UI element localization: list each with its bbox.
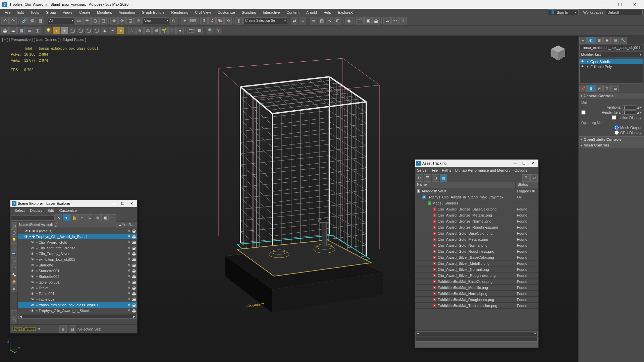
se-side-display-icon[interactable]: ◫ — [11, 222, 17, 229]
at-maximize-button[interactable]: ☐ — [520, 160, 528, 167]
list-icon[interactable]: ☰ — [25, 27, 33, 34]
asset-row[interactable]: ▪Clio_Award_Silver_BaseColor.pngFound — [415, 254, 538, 260]
hair-icon[interactable]: ≋ — [136, 27, 144, 34]
se-addselect-icon[interactable]: ⊕ — [94, 214, 101, 222]
se-close-button[interactable]: ✕ — [127, 200, 136, 207]
asset-row[interactable]: ▸Maps / Shaders — [415, 200, 538, 206]
create-tab-icon[interactable]: + — [579, 37, 587, 44]
menu-content[interactable]: Content — [283, 9, 303, 16]
se-side-all-icon[interactable]: ☰ — [11, 310, 17, 317]
motion-tab-icon[interactable]: ◉ — [603, 37, 611, 44]
scene-tree-row[interactable]: 👁▾◆Trophys_Clio_Award_in_Stand❄☕ — [18, 234, 137, 239]
select-name-icon[interactable]: ☰ — [83, 17, 91, 24]
rollout-mesh-header[interactable]: Mesh Controls — [579, 142, 644, 148]
rotate-icon[interactable]: ⟳ — [118, 17, 126, 24]
plant-icon[interactable]: 🌱 — [160, 27, 168, 34]
menu-group[interactable]: Group — [42, 9, 59, 16]
spinner-snap-icon[interactable]: ⟲ — [224, 17, 232, 24]
sphere-orange-icon[interactable]: ● — [53, 27, 60, 34]
se-lock-icon[interactable]: 🔒 — [70, 214, 78, 222]
menu-scripting[interactable]: Scripting — [238, 9, 260, 16]
at-refresh-icon[interactable]: ↻ — [416, 174, 423, 182]
window-crossing-icon[interactable]: ◫ — [99, 17, 107, 24]
workspace-dropdown[interactable] — [606, 10, 643, 15]
se-foot-icon1[interactable]: ≣ — [59, 325, 67, 333]
se-highlight-icon[interactable]: ▣ — [101, 214, 109, 222]
se-minimize-button[interactable]: — — [110, 200, 118, 207]
scene-tree-row[interactable]: 👁▫table_obj001❄☕ — [18, 279, 137, 285]
gpu-display-radio[interactable] — [614, 130, 619, 135]
modifier-list-dropdown[interactable]: Modifier List▾ — [579, 52, 643, 57]
sphere-gray-icon[interactable]: ● — [61, 27, 68, 34]
asset-row[interactable]: ▪ExhibitionBoxMat_Roughness.pngFound — [415, 297, 538, 303]
menu-views[interactable]: Views — [59, 9, 76, 16]
axis-gizmo[interactable]: z x y — [7, 340, 20, 353]
placement-icon[interactable]: ⊕ — [135, 17, 142, 24]
grid-icon[interactable]: ▦ — [17, 27, 25, 34]
monitor-icon[interactable]: 🖥 — [196, 27, 203, 34]
fur-icon[interactable]: ⁂ — [144, 27, 152, 34]
menu-help[interactable]: Help — [320, 9, 335, 16]
sphere4-icon[interactable]: ◯ — [93, 27, 100, 34]
align-icon[interactable]: ≡ — [299, 17, 306, 24]
se-side-helper-icon[interactable]: ⊞ — [11, 257, 17, 264]
se-side-space-icon[interactable]: 〰 — [11, 264, 17, 271]
se-side-none-icon[interactable]: ☐ — [11, 317, 17, 324]
dots-icon[interactable]: ⁙ — [168, 27, 176, 34]
help-icon[interactable]: ? — [215, 27, 222, 34]
menu-file[interactable]: File — [1, 9, 14, 16]
render-icon[interactable]: ☕ — [372, 17, 380, 24]
at-menu-bitmap-performance-and-memory[interactable]: Bitmap Performance and Memory — [455, 168, 510, 172]
menu-civil-view[interactable]: Civil View — [192, 9, 214, 16]
se-menu-display[interactable]: Display — [28, 207, 45, 214]
asset-row[interactable]: ▪Clio_Award_Gold_BaseColor.pngFound — [415, 230, 538, 236]
selectionset-dropdown[interactable]: Create Selection Se — [244, 17, 287, 24]
scene-tree-row[interactable]: 👁▫Clio_Award_Gold❄☕ — [18, 239, 137, 245]
scene-tree-row[interactable]: 👁▫Trophys_Clio_Award_in_Stand❄☕ — [18, 308, 137, 313]
se-menu-customize[interactable]: Customize — [57, 207, 79, 214]
at-menu-paths[interactable]: Paths — [442, 168, 451, 172]
asset-row[interactable]: ▪Clio_Award_Silver_Metallic.pngFound — [415, 260, 538, 266]
at-tree-icon[interactable]: ⊟ — [432, 174, 439, 182]
keyboard-icon[interactable]: ⌨ — [189, 17, 197, 24]
scene-tree-row[interactable]: 👁▫transp_exhibition_box_glass_obj001❄☕ — [18, 302, 137, 308]
curve-editor-icon[interactable]: ∿ — [326, 17, 333, 24]
rollout-opensubdiv-header[interactable]: OpenSubdiv Controls — [579, 137, 644, 142]
unlink-icon[interactable]: ⛓ — [29, 17, 36, 24]
se-addchild-icon[interactable]: ↳ — [86, 214, 93, 222]
mirror-icon[interactable]: ⇄ — [291, 17, 298, 24]
sphere-gold-icon[interactable]: ● — [117, 27, 124, 34]
asset-row[interactable]: ▪Clio_Award_Gold_Roughness.pngFound — [415, 248, 538, 254]
scene-tree-row[interactable]: 👁▫Clio_Trophy_Silver❄☕ — [18, 251, 137, 256]
menu-rendering[interactable]: Rendering — [168, 9, 192, 16]
se-side-light-icon[interactable]: 💡 — [11, 236, 17, 243]
particles-icon[interactable]: ∴ — [128, 27, 136, 34]
display-tab-icon[interactable]: 🖥 — [611, 37, 619, 44]
cone-icon[interactable]: ▲ — [101, 27, 108, 34]
se-side-bone-icon[interactable]: 🦴 — [11, 272, 17, 278]
percent-snap-icon[interactable]: % — [216, 17, 224, 24]
hierarchy-tab-icon[interactable]: ⊟ — [595, 37, 603, 44]
camera-icon[interactable]: 📷 — [187, 27, 195, 34]
at-menu-server[interactable]: Server — [417, 168, 428, 172]
mesh-output-radio[interactable] — [614, 125, 619, 130]
modifier-stack-item[interactable]: 👁▸Editable Poly — [580, 64, 643, 69]
scene-tree-row[interactable]: 👁▫Tablet❄☕ — [18, 285, 137, 291]
selection-filter-dropdown[interactable]: All — [48, 17, 74, 24]
menu-graph-editors[interactable]: Graph Editors — [139, 9, 168, 16]
at-minimize-button[interactable]: — — [511, 160, 520, 167]
select-region-icon[interactable]: ▢ — [91, 17, 99, 24]
menu-edit[interactable]: Edit — [14, 9, 27, 16]
se-col-fr-header[interactable]: ▲ Fr... — [117, 222, 127, 228]
menu-create[interactable]: Create — [76, 9, 94, 16]
iterations-spinner[interactable] — [623, 105, 636, 110]
se-hscrollbar[interactable]: ◄► — [18, 314, 137, 319]
rollout-general-header[interactable]: General Controls — [579, 93, 644, 99]
scale-icon[interactable]: ◱ — [126, 17, 134, 24]
se-filter-icon[interactable]: ▼ — [63, 214, 70, 222]
se-foot-icon2[interactable]: ⊟ — [69, 325, 76, 333]
schematic-icon[interactable]: ⊞ — [334, 17, 341, 24]
remove-modifier-icon[interactable]: 🗑 — [603, 85, 611, 92]
layers-icon[interactable]: ≣ — [310, 17, 317, 24]
asset-row[interactable]: 3Trophys_Clio_Award_in_Stand_max_vray.ma… — [415, 194, 538, 200]
